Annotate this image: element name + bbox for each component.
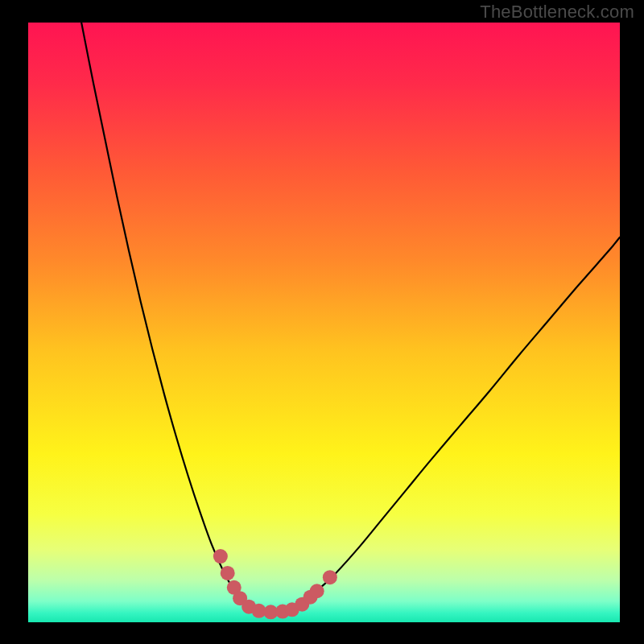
watermark-text: TheBottleneck.com <box>480 2 634 23</box>
data-point-marker <box>310 584 324 598</box>
data-point-marker <box>221 566 235 580</box>
data-point-marker <box>323 570 337 584</box>
chart-frame: TheBottleneck.com <box>0 0 644 644</box>
chart-svg <box>0 0 644 644</box>
data-point-marker <box>213 549 228 564</box>
plot-background <box>28 23 620 622</box>
